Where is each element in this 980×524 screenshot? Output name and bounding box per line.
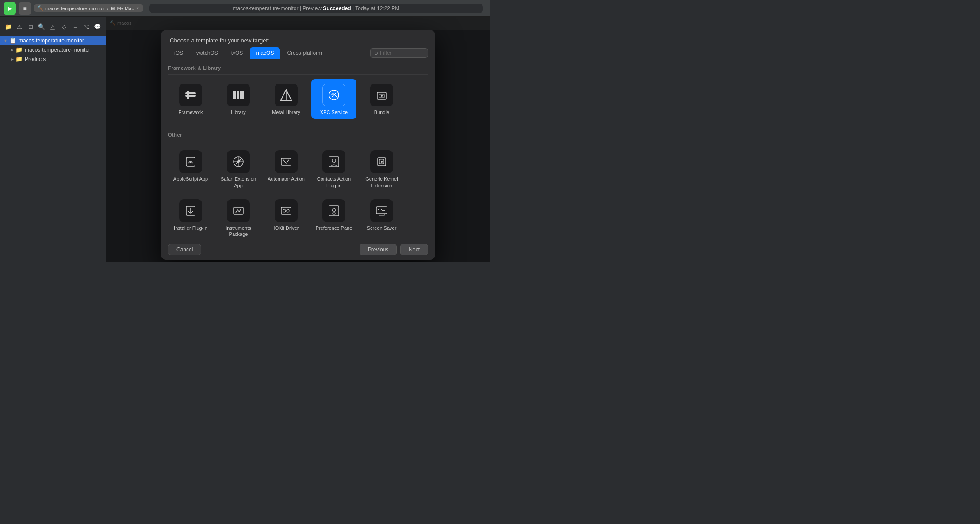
- footer-nav: Previous Next: [360, 244, 428, 255]
- folder-icon-btn[interactable]: 📁: [4, 21, 13, 32]
- instruments-package-label: Instruments Package: [218, 225, 258, 238]
- section-title-framework: Framework & Library: [168, 64, 428, 75]
- sidebar-toolbar: 📁 ⚠ ⊞ 🔍 △ ◇ ≡ ⌥ 💬: [0, 19, 106, 34]
- svg-point-27: [283, 209, 286, 212]
- applescript-app-label: AppleScript App: [173, 176, 208, 182]
- svg-point-13: [190, 162, 191, 163]
- template-item-iokit-driver[interactable]: IOKit Driver: [264, 195, 309, 239]
- template-item-library[interactable]: Library: [216, 79, 261, 119]
- link-icon-btn[interactable]: ⌥: [82, 21, 91, 32]
- iokit-driver-label: IOKit Driver: [274, 225, 299, 231]
- tab-ios[interactable]: iOS: [168, 47, 189, 59]
- template-item-screen-saver[interactable]: Screen Saver: [359, 195, 404, 239]
- template-item-installer-plugin[interactable]: Installer Plug-in: [168, 195, 213, 239]
- modal-tabs: iOS watchOS tvOS macOS Cross-platform ⊙: [161, 47, 435, 59]
- grid-icon-btn[interactable]: ⊞: [26, 21, 35, 32]
- svg-point-23: [381, 161, 383, 163]
- sidebar-item-products[interactable]: ▶ 📁 Products: [7, 54, 106, 64]
- sidebar-item-project[interactable]: ▼ 📋 macos-temperature-monitor: [0, 36, 106, 45]
- scheme-name: macos-temperature-monitor: [45, 6, 105, 11]
- search-icon-btn[interactable]: 🔍: [37, 21, 46, 32]
- folder-icon-yellow2: 📁: [15, 56, 23, 62]
- metal-library-icon: [275, 84, 298, 106]
- cancel-button[interactable]: Cancel: [168, 244, 201, 255]
- next-button[interactable]: Next: [400, 244, 428, 255]
- previous-button[interactable]: Previous: [360, 244, 397, 255]
- screen-saver-label: Screen Saver: [367, 225, 397, 231]
- template-item-applescript-app[interactable]: AppleScript App: [168, 146, 213, 192]
- xpc-service-label: XPC Service: [320, 109, 348, 115]
- library-icon: [227, 84, 250, 106]
- preference-pane-label: Preference Pane: [316, 225, 352, 231]
- svg-point-20: [332, 159, 336, 163]
- sidebar: 📁 ⚠ ⊞ 🔍 △ ◇ ≡ ⌥ 💬 ▼ 📋 macos-temperature-…: [0, 17, 106, 262]
- template-item-instruments-package[interactable]: Instruments Package: [216, 195, 261, 239]
- library-label: Library: [231, 109, 246, 115]
- products-label: Products: [25, 56, 46, 62]
- screen-saver-icon: [370, 199, 393, 222]
- play-button[interactable]: ▶: [4, 2, 16, 15]
- template-grid-other: AppleScript App: [168, 146, 428, 239]
- template-item-framework[interactable]: Framework: [168, 79, 213, 119]
- sidebar-item-subfolder[interactable]: ▶ 📁 macos-temperature-monitor: [7, 45, 106, 54]
- tab-tvos[interactable]: tvOS: [225, 47, 249, 59]
- warning-icon-btn[interactable]: ⚠: [15, 21, 24, 32]
- xpc-service-icon: [322, 84, 345, 106]
- template-item-xpc-service[interactable]: XPC Service: [311, 79, 356, 119]
- project-label: macos-temperature-monitor: [19, 38, 84, 44]
- toolbar: ▶ ■ 🔨 macos-temperature-monitor › 🖥 My M…: [0, 0, 490, 17]
- template-item-automator-action[interactable]: Automator Action: [264, 146, 309, 192]
- filter-input[interactable]: [380, 50, 424, 56]
- automator-action-icon: [275, 150, 298, 173]
- svg-rect-33: [376, 207, 387, 214]
- stop-button[interactable]: ■: [19, 2, 31, 15]
- chevron-right-icon: ▶: [11, 48, 14, 52]
- template-item-contacts-action[interactable]: Contacts Action Plug-in: [311, 146, 356, 192]
- scheme-selector[interactable]: 🔨 macos-temperature-monitor › 🖥 My Mac ▼: [34, 4, 143, 12]
- contacts-action-label: Contacts Action Plug-in: [314, 176, 354, 189]
- svg-point-31: [332, 208, 336, 212]
- svg-point-28: [287, 209, 289, 212]
- chat-icon-btn[interactable]: 💬: [93, 21, 102, 32]
- subfolder-label: macos-temperature-monitor: [25, 47, 90, 53]
- diff-icon-btn[interactable]: △: [48, 21, 57, 32]
- folder-icon-yellow: 📁: [15, 46, 23, 53]
- scheme-icon-mac: 🖥: [110, 6, 115, 11]
- automator-action-label: Automator Action: [268, 176, 305, 182]
- svg-point-11: [381, 95, 383, 97]
- filter-icon: ⊙: [374, 50, 378, 56]
- svg-rect-2: [187, 91, 189, 99]
- svg-rect-3: [233, 91, 236, 99]
- applescript-app-icon: [179, 150, 202, 173]
- tab-cross-platform[interactable]: Cross-platform: [281, 47, 328, 59]
- safari-extension-label: Safari Extension App: [218, 176, 258, 189]
- status-bar: macos-temperature-monitor | Preview Succ…: [149, 4, 483, 13]
- template-item-generic-kernel[interactable]: Generic Kernel Extension: [359, 146, 404, 192]
- template-item-safari-extension[interactable]: Safari Extension App: [216, 146, 261, 192]
- filter-container: ⊙: [370, 48, 428, 58]
- diamond-icon-btn[interactable]: ◇: [59, 21, 69, 32]
- scheme-separator: ›: [107, 6, 109, 11]
- svg-rect-1: [185, 95, 196, 97]
- list-icon-btn[interactable]: ≡: [70, 21, 80, 32]
- section-framework-library: Framework & Library: [161, 59, 435, 126]
- svg-rect-4: [237, 91, 239, 99]
- template-item-bundle[interactable]: Bundle: [359, 79, 404, 119]
- svg-rect-32: [333, 213, 335, 214]
- generic-kernel-icon: [370, 150, 393, 173]
- modal-body: Framework & Library: [161, 59, 435, 239]
- instruments-package-icon: [227, 199, 250, 222]
- template-modal: Choose a template for your new target: i…: [161, 30, 435, 260]
- template-grid-framework: Framework Library: [168, 79, 428, 123]
- tab-macos[interactable]: macOS: [250, 47, 280, 59]
- modal-footer: Cancel Previous Next: [161, 239, 435, 260]
- tab-watchos[interactable]: watchOS: [190, 47, 224, 59]
- installer-plugin-icon: [179, 199, 202, 222]
- svg-rect-5: [240, 91, 244, 99]
- preference-pane-icon: [322, 199, 345, 222]
- modal-header: Choose a template for your new target:: [161, 30, 435, 47]
- template-item-preference-pane[interactable]: Preference Pane: [311, 195, 356, 239]
- template-item-metal-library[interactable]: Metal Library: [264, 79, 309, 119]
- chevron-right-icon: ▶: [11, 57, 14, 61]
- generic-kernel-label: Generic Kernel Extension: [362, 176, 402, 189]
